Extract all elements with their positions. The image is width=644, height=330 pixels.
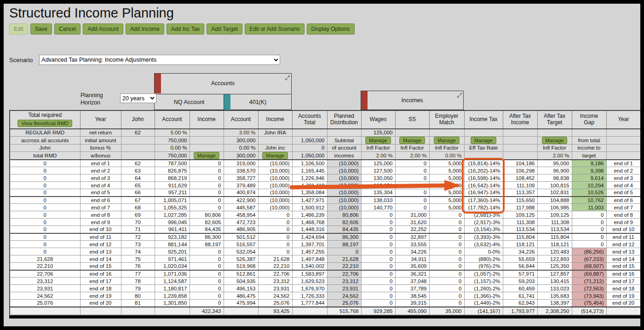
table-cell: 23,312 [327,278,361,285]
total-cell: 929,285 [361,307,395,315]
table-cell: 0 [190,300,224,307]
expand-icon[interactable]: ⤢ [285,74,290,81]
scenario-select[interactable]: Advanced Tax Planning: Income Adjustment… [39,55,280,65]
table-cell: 63 [121,167,155,174]
table-cell: 33,555 [395,241,429,248]
editable-rate-cell[interactable]: 2.00 % [361,151,395,160]
table-cell: 5,000 [429,189,464,197]
table-cell: end of 1 [80,160,121,167]
col-header-1-year: Year [80,110,121,129]
table-cell: end of 19 [80,292,121,300]
total-cell: (514,273) [572,307,606,315]
table-cell: 0 [572,226,606,233]
table-cell: 501,512 [224,233,258,241]
table-cell: 0 [361,285,395,292]
setup-cell [292,129,327,136]
table-cell: 23,931 [327,285,361,292]
edit-or-add-scenario-button[interactable]: Edit or Add Scenario [245,23,304,35]
manage-button[interactable]: Manage [399,137,425,144]
table-cell: 0 [10,219,80,226]
table-cell: 0 [10,160,80,167]
setup-cell [327,129,361,136]
table-cell: 1,424,694 [292,233,327,241]
table-cell: 0 [429,248,464,255]
table-cell: 1,583,897 [292,270,327,278]
table-cell: 106,298 [503,167,537,174]
add-account-button[interactable]: Add Account [83,23,123,35]
table-cell: 961,411 [155,226,190,233]
setup-cell: Infl Factor [361,144,395,151]
add-income-button[interactable]: Add Income [126,23,164,35]
table-cell: 0 [190,160,224,167]
add-inc-tax-button[interactable]: Add Inc Tax [167,23,204,35]
expand-icon[interactable]: ⤢ [457,92,462,99]
table-cell: 55,659 [503,255,537,263]
manage-button[interactable]: Manage [365,137,391,144]
table-cell: 0 [572,233,606,241]
table-cell: end of 12 [606,241,641,248]
setup-cell: 62 [121,129,155,136]
table-cell: 111,308 [503,219,537,226]
table-cell: 1,165,445 [292,167,327,174]
table-cell: 113,357 [503,189,537,197]
data-row: 22,706end of 16771,071,0360512,86122,706… [10,270,641,278]
setup-cell [606,151,641,160]
table-cell: 64 [121,174,155,182]
editable-rate-cell[interactable]: 3.00 % [224,129,258,136]
table-cell: end of 2 [80,167,121,174]
table-cell: 25,076 [327,300,361,307]
editable-rate-cell[interactable]: 0.00 % [429,151,464,160]
manage-button[interactable]: Manage [471,137,496,144]
data-row: 24,562end of 19801,239,8580486,47524,562… [10,292,641,300]
table-cell: 22,706 [10,270,80,278]
editable-rate-cell[interactable]: 2.00 % [537,151,572,160]
table-cell: (1,057)-2% [464,270,503,278]
group-header-area: Accounts ⤢ NQ Account 401(K) Planning Ho… [9,73,640,110]
save-button[interactable]: Save [30,23,52,35]
setup-cell [464,129,503,136]
table-cell: end of 20 [80,300,121,307]
table-cell: (10,000) [327,174,361,182]
planning-horizon-select[interactable]: 20 years [120,93,156,103]
manage-button[interactable]: Manage [542,137,568,144]
table-cell: 0 [395,160,429,167]
table-cell: 1,629,523 [292,278,327,285]
table-cell: 957,211 [155,189,190,197]
cancel-button[interactable]: Cancel [54,23,80,35]
table-cell: 78 [121,278,155,285]
nq-account-label: NQ Account [174,99,205,105]
table-cell: 1,226,946 [292,174,327,182]
setup-cell: incomes [327,151,361,160]
table-cell: 80,806 [190,211,224,219]
total-cell [606,307,641,315]
table-cell: 512,861 [224,270,258,278]
editable-rate-cell[interactable]: 5.00 % [155,129,190,136]
table-cell: 0 [572,241,606,248]
manage-button[interactable]: Manage [194,152,219,159]
setup-cell [606,136,641,144]
accounts-group-title: Accounts [155,74,291,93]
table-cell: 31,000 [395,211,429,219]
table-cell: end of 6 [80,197,121,204]
view-beneficial-rmd-button[interactable]: View Beneficial RMD [17,120,72,127]
manage-button[interactable]: Manage [262,152,288,159]
add-target-button[interactable]: Add Target [207,23,242,35]
table-cell: end of 14 [80,255,121,263]
editable-rate-cell[interactable]: 2.00 % [395,151,429,160]
table-cell: 35,609 [395,263,429,270]
table-cell: 34,226 [395,248,429,255]
table-cell: 113,534 [537,226,572,233]
setup-cell [606,129,641,136]
table-cell: 923,182 [155,233,190,241]
table-cell: 24,562 [10,292,80,300]
table-cell: 69 [121,211,155,219]
manage-button[interactable]: Manage [434,137,460,144]
setup-cell [606,144,641,151]
table-cell: 0 [190,248,224,255]
display-options-button[interactable]: Display Options [307,23,355,35]
table-cell: 422,900 [224,197,258,204]
table-cell: end of 4 [606,182,641,189]
totals-row: 422,34393,425515,768929,285455,09035,000… [10,307,641,315]
table-cell: 10,762 [572,197,606,204]
col-header-16-year: Year [606,110,641,129]
